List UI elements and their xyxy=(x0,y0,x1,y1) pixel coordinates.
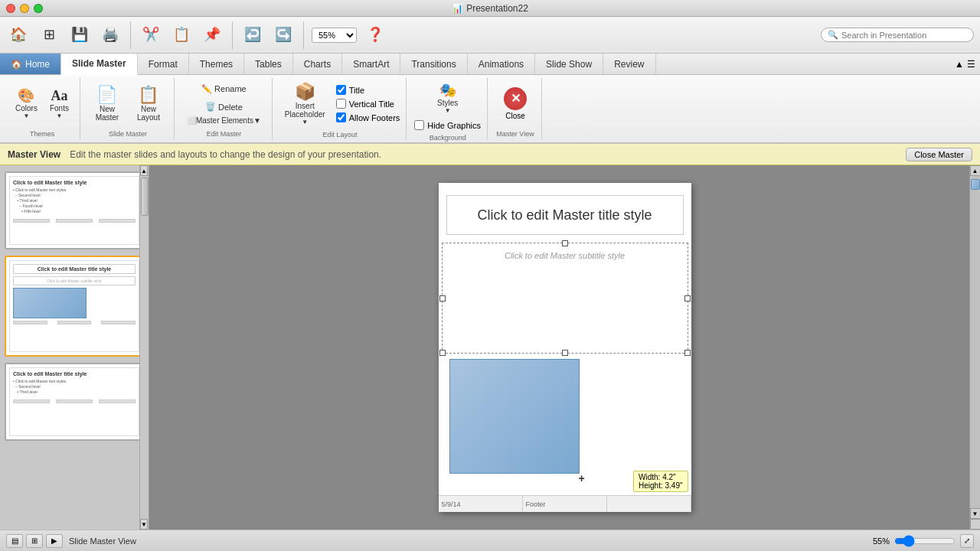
scroll-down-arrow[interactable]: ▼ xyxy=(140,519,148,530)
new-master-button[interactable]: 📄 NewMaster xyxy=(88,83,126,124)
cut-toolbar-btn[interactable]: ✂️ xyxy=(139,24,163,45)
tab-themes[interactable]: Themes xyxy=(189,54,244,74)
title-checkbox[interactable] xyxy=(336,85,346,95)
window-controls[interactable] xyxy=(6,4,43,13)
slide-bottom-bar: 5/9/14 Footer xyxy=(439,495,691,512)
slide-thumb-1[interactable]: Click to edit Master title style • Click… xyxy=(5,171,144,249)
allow-footers-checkbox[interactable] xyxy=(336,112,346,122)
status-bar: ▤ ⊞ ▶ Slide Master View 55% ⤢ xyxy=(0,530,980,551)
tab-charts[interactable]: Charts xyxy=(293,54,342,74)
vertical-title-checkbox-label[interactable]: Vertical Title xyxy=(336,98,400,109)
paste-toolbar-btn[interactable]: 📌 xyxy=(200,24,224,45)
ribbon-group-themes: 🎨 Colors ▼ Aa Fonts ▼ Themes xyxy=(5,78,80,139)
title-checkbox-label[interactable]: Title xyxy=(336,84,400,96)
tab-transitions[interactable]: Transitions xyxy=(400,54,467,74)
toolbar-separator-1 xyxy=(130,21,131,49)
tab-smartart[interactable]: SmartArt xyxy=(342,54,400,74)
zoom-slider[interactable] xyxy=(894,535,956,547)
search-icon: 🔍 xyxy=(828,30,838,40)
paste-icon: 📌 xyxy=(204,26,220,43)
ribbon-options-icon[interactable]: ☰ xyxy=(967,59,975,70)
close-master-view-button[interactable]: ✕ Close xyxy=(495,83,535,123)
normal-view-btn[interactable]: ▤ xyxy=(6,534,23,548)
tab-tables[interactable]: Tables xyxy=(244,54,293,74)
slide-date-field: 5/9/14 xyxy=(439,496,523,512)
handle-mid-right[interactable] xyxy=(684,295,691,302)
save-toolbar-btn[interactable]: 💾 xyxy=(67,24,92,45)
edit-master-buttons: ✏️ Rename xyxy=(197,80,251,98)
slide-title-box[interactable]: Click to edit Master title style xyxy=(446,195,684,235)
blue-rectangle-shape[interactable] xyxy=(449,359,580,474)
home-toolbar-btn[interactable]: 🏠 xyxy=(6,24,31,45)
master-view-group-label: Master View xyxy=(496,127,534,138)
minimize-button[interactable] xyxy=(20,4,29,13)
handle-bot-left[interactable] xyxy=(439,350,446,356)
tab-slide-master[interactable]: Slide Master xyxy=(61,54,138,75)
handle-bot-right[interactable] xyxy=(684,350,691,356)
handle-top-center[interactable] xyxy=(562,240,568,246)
slide-footer-field: Footer xyxy=(523,496,607,512)
print-toolbar-btn[interactable]: 🖨️ xyxy=(98,24,122,45)
redo-toolbar-btn[interactable]: ↪️ xyxy=(271,24,296,45)
slide-thumb-3[interactable]: Click to edit Master title style • Click… xyxy=(5,363,144,441)
undo-toolbar-btn[interactable]: ↩️ xyxy=(240,24,265,45)
rename-button[interactable]: ✏️ Rename xyxy=(197,82,251,96)
save-icon: 💾 xyxy=(71,26,88,43)
ribbon-group-slide-master: 📄 NewMaster 📋 NewLayout Slide Master xyxy=(82,78,175,139)
maximize-button[interactable] xyxy=(34,4,43,13)
slide-canvas[interactable]: Click to edit Master title style xyxy=(439,183,691,512)
slide-page-field xyxy=(607,496,691,512)
close-button[interactable] xyxy=(6,4,15,13)
tab-review[interactable]: Review xyxy=(603,54,655,74)
tab-slide-show[interactable]: Slide Show xyxy=(535,54,603,74)
help-toolbar-btn[interactable]: ❓ xyxy=(363,24,387,45)
slide-sorter-btn[interactable]: ⊞ xyxy=(26,534,43,548)
tab-format[interactable]: Format xyxy=(138,54,189,74)
vertical-title-checkbox[interactable] xyxy=(336,99,346,109)
scroll-up-arrow[interactable]: ▲ xyxy=(140,165,148,176)
allow-footers-checkbox-label[interactable]: Allow Footers xyxy=(336,112,400,123)
cut-icon: ✂️ xyxy=(142,26,159,43)
slide-thumb-2[interactable]: Click to edit Master title style Click t… xyxy=(5,256,144,357)
tab-animations[interactable]: Animations xyxy=(468,54,535,74)
ribbon-collapse-icon[interactable]: ▲ xyxy=(955,59,964,70)
size-tooltip: Width: 4.2" Height: 3.49" xyxy=(633,471,688,492)
view-buttons: ▤ ⊞ ▶ xyxy=(6,534,63,548)
copy-icon: 📋 xyxy=(173,26,190,43)
ribbon-group-background: 🎭 Styles ▼ Hide Graphics Background xyxy=(408,78,488,139)
copy-toolbar-btn[interactable]: 📋 xyxy=(169,24,194,45)
grid-toolbar-btn[interactable]: ⊞ xyxy=(37,24,61,45)
master-elements-button[interactable]: ⬜ Master Elements ▼ xyxy=(182,114,266,127)
right-scroll-up[interactable]: ▲ xyxy=(970,165,981,176)
selection-container: Click to edit Master subtitle style xyxy=(442,243,688,354)
new-layout-button[interactable]: 📋 NewLayout xyxy=(129,83,168,124)
edit-layout-group-label: Edit Layout xyxy=(323,128,358,139)
fonts-button[interactable]: Aa Fonts ▼ xyxy=(45,86,74,122)
fonts-icon: Aa xyxy=(51,88,67,104)
slideshow-btn[interactable]: ▶ xyxy=(46,534,63,548)
hide-graphics-checkbox-label[interactable]: Hide Graphics xyxy=(414,119,481,131)
subtitle-area[interactable]: Click to edit Master subtitle style xyxy=(443,243,688,289)
zoom-select[interactable]: 55% 75% 100% xyxy=(312,28,357,43)
right-scroll-down[interactable]: ▼ xyxy=(970,508,981,519)
window-icon: 📊 xyxy=(452,3,463,14)
undo-icon: ↩️ xyxy=(244,26,261,43)
handle-mid-left[interactable] xyxy=(439,295,446,302)
handle-bot-center[interactable] xyxy=(562,350,568,356)
scroll-thumb-left[interactable] xyxy=(141,178,149,216)
new-master-icon: 📄 xyxy=(96,85,117,105)
tooltip-width: Width: 4.2" xyxy=(639,473,682,481)
edit-master-group-label: Edit Master xyxy=(207,127,242,138)
tab-home[interactable]: 🏠 Home xyxy=(0,54,61,74)
insert-placeholder-button[interactable]: 📦 InsertPlaceholder ▼ xyxy=(280,80,330,128)
crosshair-cursor: + xyxy=(579,472,585,484)
close-master-button[interactable]: Close Master xyxy=(906,148,972,161)
right-scroll-thumb[interactable] xyxy=(971,179,980,190)
zoom-expand-btn[interactable]: ⤢ xyxy=(960,534,974,548)
colors-button[interactable]: 🎨 Colors ▼ xyxy=(11,85,42,122)
search-input[interactable] xyxy=(841,31,967,40)
delete-button[interactable]: 🗑️ Delete xyxy=(201,99,247,114)
styles-button[interactable]: 🎭 Styles ▼ xyxy=(433,80,462,116)
themes-group-label: Themes xyxy=(30,127,55,138)
hide-graphics-checkbox[interactable] xyxy=(414,120,424,130)
